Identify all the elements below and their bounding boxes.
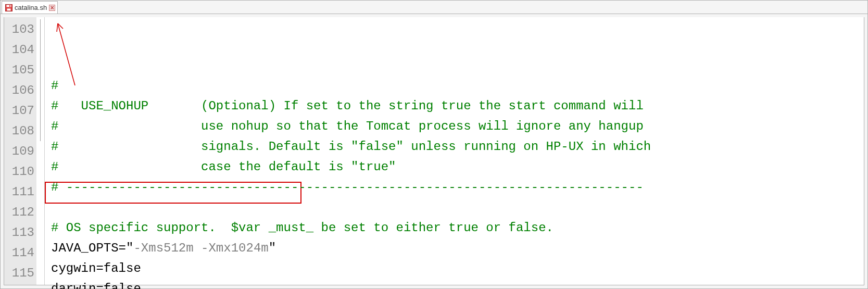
svg-rect-2 bbox=[7, 8, 11, 10]
code-line[interactable]: darwin=false bbox=[51, 279, 864, 289]
line-number: 109 bbox=[5, 141, 34, 161]
line-number: 115 bbox=[5, 263, 34, 283]
code-line[interactable]: JAVA_OPTS="-Xms512m -Xmx1024m" bbox=[51, 238, 864, 258]
svg-rect-1 bbox=[7, 5, 11, 7]
save-unsaved-icon bbox=[5, 4, 12, 11]
code-text: # --------------------------------------… bbox=[51, 180, 644, 194]
tab-filename: catalina.sh bbox=[15, 4, 47, 11]
code-text: darwin=false bbox=[51, 282, 141, 289]
code-text: # OS specific support. $var _must_ be se… bbox=[51, 221, 553, 235]
fold-guide-line bbox=[40, 19, 41, 141]
fold-column bbox=[36, 17, 45, 285]
line-number: 106 bbox=[5, 80, 34, 100]
tab-bar: catalina.sh × bbox=[1, 1, 867, 14]
code-text: -Xms512m -Xmx1024m bbox=[133, 241, 268, 255]
code-text: # case the default is "true" bbox=[51, 160, 396, 174]
code-text: # signals. Default is "false" unless run… bbox=[51, 140, 651, 154]
code-body[interactable]: ## USE_NOHUP (Optional) If set to the st… bbox=[45, 17, 864, 285]
code-text: # use nohup so that the Tomcat process w… bbox=[51, 119, 644, 133]
code-text: JAVA_OPTS=" bbox=[51, 241, 133, 255]
code-line[interactable]: # --------------------------------------… bbox=[51, 177, 864, 197]
code-line[interactable] bbox=[51, 197, 864, 218]
line-number: 111 bbox=[5, 182, 34, 202]
close-tab-icon[interactable]: × bbox=[49, 5, 55, 11]
code-line[interactable]: # USE_NOHUP (Optional) If set to the str… bbox=[51, 96, 864, 116]
editor-frame: catalina.sh × 10310410510610710810911011… bbox=[0, 0, 868, 289]
code-line[interactable]: # OS specific support. $var _must_ be se… bbox=[51, 218, 864, 238]
code-line[interactable]: # case the default is "true" bbox=[51, 157, 864, 177]
line-number: 105 bbox=[5, 60, 34, 80]
svg-rect-3 bbox=[9, 5, 10, 7]
code-text: # bbox=[51, 79, 58, 93]
svg-line-5 bbox=[57, 23, 58, 32]
code-area: 103104105106107108109110111112113114115 … bbox=[4, 17, 864, 285]
line-number: 112 bbox=[5, 202, 34, 222]
line-number: 103 bbox=[5, 19, 34, 40]
code-line[interactable]: # signals. Default is "false" unless run… bbox=[51, 136, 864, 157]
line-number: 108 bbox=[5, 121, 34, 141]
code-line[interactable]: # use nohup so that the Tomcat process w… bbox=[51, 116, 864, 136]
code-line[interactable]: cygwin=false bbox=[51, 258, 864, 279]
line-number-gutter: 103104105106107108109110111112113114115 bbox=[4, 17, 36, 285]
line-number: 110 bbox=[5, 161, 34, 182]
line-number: 107 bbox=[5, 100, 34, 121]
line-number: 114 bbox=[5, 243, 34, 263]
svg-line-6 bbox=[58, 23, 63, 29]
line-number: 104 bbox=[5, 40, 34, 60]
code-text: # USE_NOHUP (Optional) If set to the str… bbox=[51, 99, 644, 113]
file-tab[interactable]: catalina.sh × bbox=[2, 1, 58, 14]
line-number: 113 bbox=[5, 222, 34, 243]
code-text: cygwin=false bbox=[51, 261, 141, 275]
code-text: " bbox=[269, 241, 276, 255]
code-line[interactable]: # bbox=[51, 76, 864, 96]
